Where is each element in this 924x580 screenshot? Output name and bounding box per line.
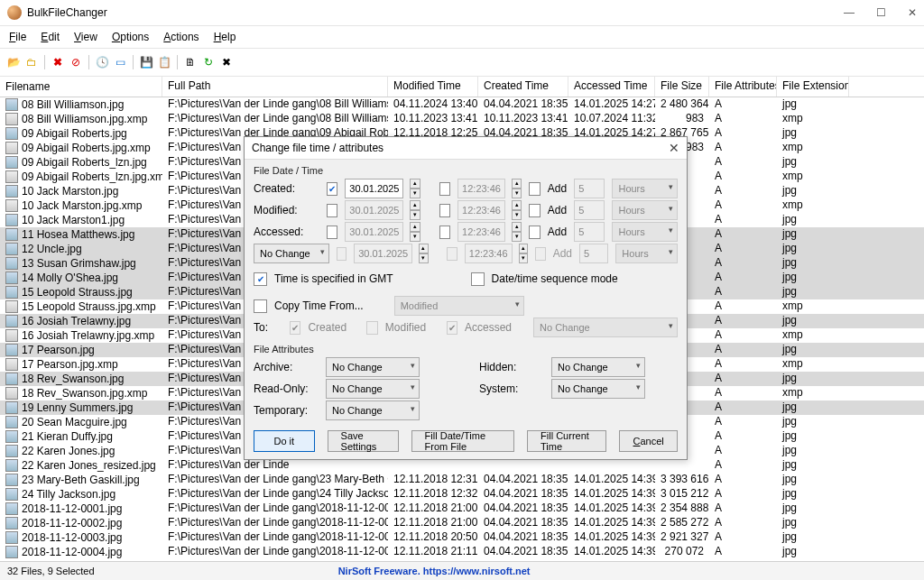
cancel-button[interactable]: Cancel (619, 430, 678, 452)
toolbar-copy-icon[interactable]: 📋 (156, 54, 172, 70)
created-time-input[interactable]: 12:23:46 (457, 179, 505, 198)
accessed-date-spinner[interactable]: ▴▾ (410, 222, 420, 242)
table-row[interactable]: 2018-11-12-0004.jpgF:\Pictures\Van der L… (0, 545, 924, 559)
cell-attr: A (709, 97, 777, 112)
menu-help[interactable]: Help (214, 31, 236, 43)
toolbar-properties-icon[interactable]: 🗎 (182, 54, 199, 70)
cell-ext: jpg (777, 516, 849, 530)
cell-ext: jpg (777, 429, 849, 444)
toolbar-refresh-icon[interactable]: ↻ (200, 54, 217, 70)
toolbar-open-icon[interactable]: 📂 (5, 54, 22, 70)
accessed-date-input[interactable]: 30.01.2025 (345, 222, 403, 242)
maximize-icon[interactable]: ☐ (876, 6, 886, 19)
col-ext[interactable]: File Extension (777, 77, 849, 97)
toolbar-exit-icon[interactable]: ✖ (218, 54, 235, 70)
file-icon (5, 300, 18, 313)
table-row[interactable]: 23 Mary-Beth Gaskill.jpgF:\Pictures\Van … (0, 473, 924, 487)
cell-attr: A (709, 271, 777, 285)
modified-date-spinner[interactable]: ▴▾ (410, 200, 420, 220)
check-accessed-add[interactable] (529, 226, 541, 239)
toolbar-delete-icon[interactable]: ✖ (50, 54, 66, 70)
cell-size: 983 (655, 112, 709, 126)
status-link[interactable]: NirSoft Freeware. https://www.nirsoft.ne… (338, 566, 531, 576)
temporary-select[interactable]: No Change (326, 400, 420, 420)
table-row[interactable]: 08 Bill Williamson.jpgF:\Pictures\Van de… (0, 97, 924, 112)
cell-attr: A (709, 184, 777, 198)
hidden-select[interactable]: No Change (551, 357, 645, 377)
check-modified-time[interactable] (439, 204, 451, 217)
check-modified-date[interactable] (327, 204, 338, 217)
modified-time-input[interactable]: 12:23:46 (457, 200, 505, 220)
col-fullpath[interactable]: Full Path (162, 77, 388, 97)
archive-select[interactable]: No Change (326, 357, 420, 377)
file-icon (5, 373, 18, 385)
check-sequence[interactable] (471, 272, 485, 286)
table-row[interactable]: 2018-11-12-0002.jpgF:\Pictures\Van der L… (0, 516, 924, 530)
col-created[interactable]: Created Time (478, 77, 568, 97)
fill-current-button[interactable]: Fill Current Time (527, 430, 606, 452)
fill-from-file-button[interactable]: Fill Date/Time From File (411, 430, 514, 452)
table-row[interactable]: 2018-11-12-0003.jpgF:\Pictures\Van der L… (0, 530, 924, 545)
nochange-select[interactable]: No Change (254, 244, 329, 263)
menu-options[interactable]: Options (112, 31, 149, 43)
accessed-time-input[interactable]: 12:23:46 (457, 222, 505, 242)
check-accessed-date[interactable] (327, 226, 338, 239)
check-created-time[interactable] (439, 182, 451, 196)
table-row[interactable]: 24 Tilly Jackson.jpgF:\Pictures\Van der … (0, 487, 924, 502)
system-select[interactable]: No Change (551, 379, 645, 399)
cell-accessed: 14.01.2025 14:39:27 (568, 530, 655, 545)
col-filename[interactable]: Filename (0, 77, 162, 97)
toolbar-add-folder-icon[interactable]: 🗀 (23, 54, 40, 70)
cell-ext: jpg (777, 271, 849, 285)
table-row[interactable]: 2018-11-12-0001.jpgF:\Pictures\Van der L… (0, 502, 924, 516)
menu-view[interactable]: View (74, 31, 97, 43)
cell-ext: jpg (777, 487, 849, 502)
menu-actions[interactable]: Actions (163, 31, 199, 43)
check-accessed-time[interactable] (439, 226, 451, 239)
readonly-select[interactable]: No Change (326, 379, 420, 399)
toolbar-execute-icon[interactable]: ▭ (112, 54, 128, 70)
check-created-date[interactable] (327, 182, 338, 196)
table-row[interactable]: 08 Bill Williamson.jpg.xmpF:\Pictures\Va… (0, 112, 924, 126)
created-time-spinner[interactable]: ▴▾ (512, 179, 522, 198)
cell-fullpath: F:\Pictures\Van der Linde gang\2018-11-1… (162, 516, 388, 530)
menu-edit[interactable]: Edit (41, 31, 60, 43)
label-created-add: Add (548, 182, 567, 195)
accessed-time-spinner[interactable]: ▴▾ (512, 222, 522, 242)
save-settings-button[interactable]: Save Settings (328, 430, 399, 452)
created-date-spinner[interactable]: ▴▾ (410, 179, 420, 198)
check-gmt[interactable] (254, 272, 267, 286)
created-add-unit: Hours (612, 179, 678, 198)
col-accessed[interactable]: Accessed Time (568, 77, 655, 97)
check-created-add[interactable] (529, 182, 541, 196)
toolbar: 📂 🗀 ✖ ⊘ 🕓 ▭ 💾 📋 🗎 ↻ ✖ (0, 48, 924, 77)
to-nochange-select: No Change (533, 318, 678, 337)
modified-time-spinner[interactable]: ▴▾ (512, 200, 522, 220)
col-size[interactable]: File Size (655, 77, 709, 97)
cell-modified: 12.11.2018 20:50:16 (388, 530, 478, 545)
check-to-accessed (447, 321, 457, 335)
table-row[interactable]: 22 Karen Jones_resized.jpgF:\Pictures\Va… (0, 458, 924, 473)
toolbar-save-icon[interactable]: 💾 (138, 54, 154, 70)
check-to-created (290, 321, 300, 335)
close-icon[interactable]: ✕ (908, 6, 917, 19)
col-modified[interactable]: Modified Time (388, 77, 478, 97)
toolbar-clear-icon[interactable]: ⊘ (68, 54, 84, 70)
created-date-input[interactable]: 30.01.2025 (345, 179, 403, 198)
toolbar-time-icon[interactable]: 🕓 (94, 54, 110, 70)
col-attr[interactable]: File Attributes (709, 77, 777, 97)
minimize-icon[interactable]: — (844, 6, 855, 19)
dialog-close-icon[interactable]: ✕ (669, 141, 679, 155)
cell-filename: 23 Mary-Beth Gaskill.jpg (22, 474, 140, 486)
menu-file[interactable]: File (9, 31, 26, 43)
file-icon (5, 502, 18, 515)
file-icon (5, 98, 18, 111)
check-nc-add (535, 247, 546, 261)
do-it-button[interactable]: Do it (254, 430, 315, 452)
modified-date-input[interactable]: 30.01.2025 (345, 200, 403, 220)
cell-fullpath: F:\Pictures\Van der Linde gang\23 Mary-B… (162, 473, 388, 487)
check-copyfrom[interactable] (254, 299, 267, 313)
check-modified-add[interactable] (529, 204, 541, 217)
label-to-accessed: Accessed (465, 321, 512, 334)
check-nc-time (447, 247, 457, 261)
